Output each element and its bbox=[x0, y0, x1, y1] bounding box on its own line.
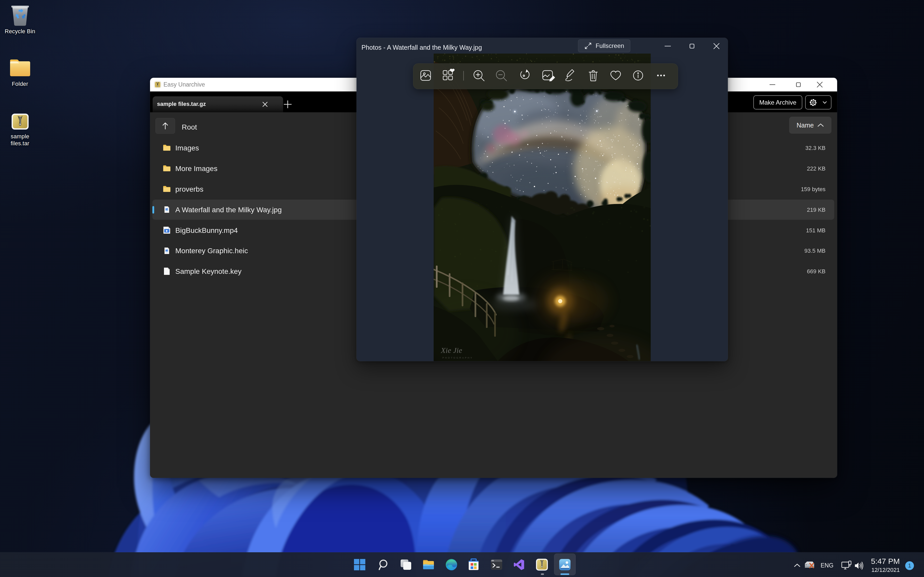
svg-text:PHOTOGRAPHY: PHOTOGRAPHY bbox=[443, 356, 473, 359]
svg-text:Xie Jie: Xie Jie bbox=[441, 346, 462, 355]
